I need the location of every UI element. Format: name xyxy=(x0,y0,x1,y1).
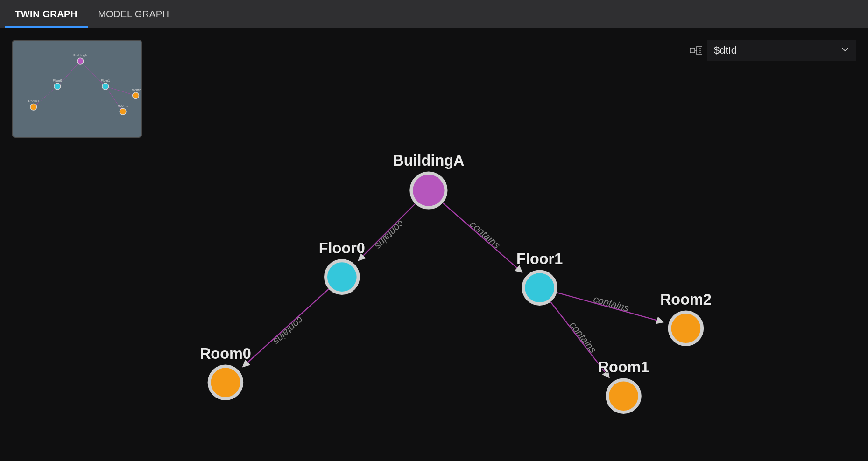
node-label: BuildingA xyxy=(393,152,464,169)
node-label: Room0 xyxy=(200,345,251,362)
tab-model-graph[interactable]: MODEL GRAPH xyxy=(88,0,180,28)
node-label: Room2 xyxy=(660,291,712,308)
svg-point-9 xyxy=(209,366,242,399)
svg-point-11 xyxy=(670,312,702,345)
svg-point-10 xyxy=(607,380,640,412)
node-Room2[interactable]: Room2 xyxy=(660,291,712,345)
edge-label: contains xyxy=(593,293,631,314)
node-Room0[interactable]: Room0 xyxy=(200,345,251,399)
node-Room1[interactable]: Room1 xyxy=(598,359,649,412)
tab-bar: TWIN GRAPH MODEL GRAPH xyxy=(0,0,868,28)
svg-point-7 xyxy=(326,261,359,293)
edge-label: contains xyxy=(373,218,407,252)
tab-label: TWIN GRAPH xyxy=(15,9,78,20)
node-label: Floor0 xyxy=(319,240,365,257)
edge-label: contains xyxy=(568,320,599,355)
svg-point-8 xyxy=(523,272,556,304)
edge-label: contains xyxy=(271,315,305,348)
edge-label: contains xyxy=(468,218,502,251)
node-label: Floor1 xyxy=(516,251,563,267)
svg-point-6 xyxy=(411,173,446,208)
tab-label: MODEL GRAPH xyxy=(98,9,169,20)
tab-twin-graph[interactable]: TWIN GRAPH xyxy=(5,0,88,28)
node-Floor1[interactable]: Floor1 xyxy=(516,251,563,304)
graph-canvas[interactable]: BuildingAFloor0Floor1Room0Room1Room2 $dt… xyxy=(0,28,868,461)
node-BuildingA[interactable]: BuildingA xyxy=(393,152,464,208)
graph-svg[interactable]: containscontainscontainscontainscontains… xyxy=(0,28,868,461)
node-label: Room1 xyxy=(598,359,649,376)
node-Floor0[interactable]: Floor0 xyxy=(319,240,365,293)
